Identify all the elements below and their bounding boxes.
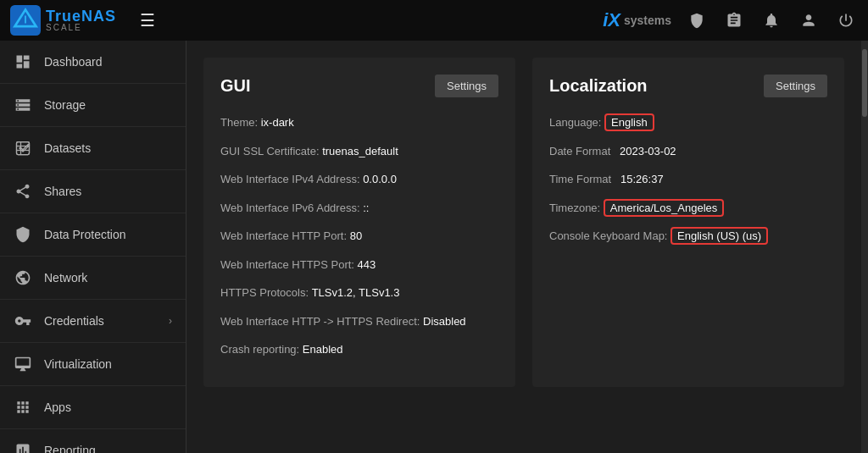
gui-settings-button[interactable]: Settings (435, 75, 498, 97)
sidebar-item-datasets[interactable]: Datasets (0, 127, 186, 170)
reporting-icon (14, 441, 32, 453)
apps-icon (14, 398, 32, 417)
gui-field-https-protocols: HTTPS Protocols: TLSv1.2, TLSv1.3 (220, 285, 498, 301)
sidebar-label-storage: Storage (44, 98, 172, 112)
gui-card-header: GUI Settings (220, 75, 498, 97)
localization-timezone-value: America/Los_Angeles (604, 199, 724, 217)
localization-time-format-label: Time Format (549, 173, 617, 185)
localization-card-header: Localization Settings (549, 75, 827, 97)
shares-icon (14, 182, 32, 201)
hamburger-button[interactable]: ☰ (133, 7, 162, 34)
gui-field-ipv6: Web Interface IPv6 Address: :: (220, 200, 498, 217)
topnav-right: iX systems (603, 8, 858, 32)
svg-rect-3 (17, 142, 30, 155)
logo: TrueNAS SCALE (10, 5, 116, 36)
gui-crash-reporting-label: Crash reporting: (220, 343, 303, 356)
gui-https-port-label: Web Interface HTTPS Port: (220, 258, 358, 271)
gui-card-title: GUI (220, 76, 251, 96)
credentials-chevron: › (169, 315, 172, 327)
gui-ipv6-value: :: (363, 202, 369, 214)
sidebar-label-data-protection: Data Protection (44, 228, 172, 241)
gui-card: GUI Settings Theme: ix-dark GUI SSL Cert… (203, 58, 515, 387)
sidebar-item-shares[interactable]: Shares (0, 170, 186, 213)
bell-nav-icon[interactable] (760, 8, 783, 32)
gui-field-crash-reporting: Crash reporting: Enabled (220, 341, 498, 358)
localization-field-date-format: Date Format 2023-03-02 (549, 143, 827, 160)
account-nav-icon[interactable] (797, 8, 821, 32)
credentials-icon (14, 312, 32, 330)
shield-nav-icon[interactable] (685, 8, 709, 32)
localization-time-format-value: 15:26:37 (620, 173, 664, 185)
gui-https-protocols-label: HTTPS Protocols: (220, 286, 312, 299)
gui-http-redirect-value: Disabled (423, 315, 466, 328)
storage-icon (14, 96, 32, 114)
localization-card: Localization Settings Language: English … (532, 58, 844, 387)
gui-http-port-label: Web Interface HTTP Port: (220, 229, 350, 242)
main-content: GUI Settings Theme: ix-dark GUI SSL Cert… (186, 41, 861, 453)
sidebar-item-virtualization[interactable]: Virtualization (0, 343, 186, 386)
sidebar-label-shares: Shares (44, 185, 172, 198)
gui-theme-label: Theme: (220, 116, 261, 129)
logo-truenas-text: TrueNAS (46, 8, 116, 24)
gui-theme-value: ix-dark (261, 116, 294, 129)
sidebar-item-credentials[interactable]: Credentials › (0, 300, 186, 343)
localization-timezone-label: Timezone: (549, 202, 604, 214)
gui-https-port-value: 443 (358, 258, 376, 271)
ix-systems-text: systems (624, 14, 671, 27)
clipboard-nav-icon[interactable] (722, 8, 746, 32)
gui-ipv4-value: 0.0.0.0 (363, 173, 397, 185)
topnav: TrueNAS SCALE ☰ iX systems (0, 0, 868, 41)
scrollbar[interactable] (861, 41, 868, 453)
gui-https-protocols-value: TLSv1.2, TLSv1.3 (312, 286, 400, 299)
dashboard-icon (14, 52, 32, 71)
sidebar-item-apps[interactable]: Apps (0, 386, 186, 429)
truenas-logo-icon (10, 5, 41, 36)
gui-http-redirect-label: Web Interface HTTP -> HTTPS Redirect: (220, 315, 423, 328)
localization-language-label: Language: (549, 116, 604, 129)
sidebar-label-reporting: Reporting (44, 444, 172, 453)
localization-field-time-format: Time Format 15:26:37 (549, 171, 827, 188)
sidebar-item-data-protection[interactable]: Data Protection (0, 213, 186, 257)
sidebar-label-credentials: Credentials (44, 314, 157, 328)
gui-ipv6-label: Web Interface IPv6 Address: (220, 202, 363, 214)
sidebar-item-dashboard[interactable]: Dashboard (0, 41, 186, 84)
sidebar-label-datasets: Datasets (44, 141, 172, 155)
gui-ssl-cert-value: truenas_default (322, 145, 398, 157)
sidebar-item-reporting[interactable]: Reporting (0, 429, 186, 453)
gui-ipv4-label: Web Interface IPv4 Address: (220, 173, 363, 185)
sidebar-label-network: Network (44, 271, 172, 285)
sidebar-label-apps: Apps (44, 401, 172, 414)
gui-field-http-port: Web Interface HTTP Port: 80 (220, 228, 498, 245)
data-protection-icon (14, 225, 32, 244)
localization-card-title: Localization (549, 76, 648, 96)
datasets-icon (14, 139, 32, 157)
gui-field-ssl-cert: GUI SSL Certificate: truenas_default (220, 143, 498, 160)
sidebar-item-network[interactable]: Network (0, 257, 186, 300)
scrollbar-thumb[interactable] (862, 49, 867, 117)
localization-date-format-value: 2023-03-02 (620, 145, 676, 157)
layout: Dashboard Storage Datasets Shares Data P (0, 41, 868, 453)
gui-field-theme: Theme: ix-dark (220, 114, 498, 131)
content-grid: GUI Settings Theme: ix-dark GUI SSL Cert… (203, 58, 844, 387)
virtualization-icon (14, 355, 32, 373)
gui-http-port-value: 80 (350, 229, 362, 242)
localization-field-keyboard: Console Keyboard Map: English (US) (us) (549, 228, 827, 245)
localization-field-language: Language: English (549, 114, 827, 131)
localization-language-value: English (604, 113, 654, 131)
gui-field-https-port: Web Interface HTTPS Port: 443 (220, 257, 498, 273)
power-nav-icon[interactable] (834, 8, 858, 32)
localization-field-timezone: Timezone: America/Los_Angeles (549, 200, 827, 217)
gui-crash-reporting-value: Enabled (303, 343, 343, 356)
gui-field-ipv4: Web Interface IPv4 Address: 0.0.0.0 (220, 171, 498, 188)
sidebar-label-dashboard: Dashboard (44, 55, 172, 69)
localization-settings-button[interactable]: Settings (764, 75, 827, 97)
gui-ssl-cert-label: GUI SSL Certificate: (220, 145, 322, 157)
ix-systems-logo: iX systems (603, 9, 671, 31)
sidebar-label-virtualization: Virtualization (44, 357, 172, 371)
sidebar-item-storage[interactable]: Storage (0, 84, 186, 127)
gui-field-http-redirect: Web Interface HTTP -> HTTPS Redirect: Di… (220, 313, 498, 330)
localization-date-format-label: Date Format (549, 145, 616, 157)
logo-scale-text: SCALE (46, 24, 116, 32)
network-icon (14, 268, 32, 287)
sidebar: Dashboard Storage Datasets Shares Data P (0, 41, 186, 453)
